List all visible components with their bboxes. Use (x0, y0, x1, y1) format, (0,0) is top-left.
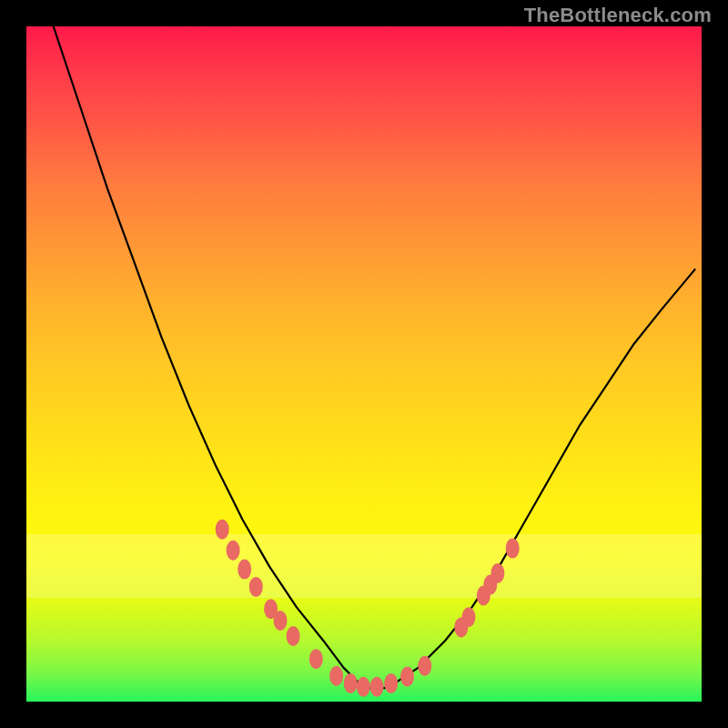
highlight-dot (329, 666, 343, 686)
highlight-dot (344, 673, 358, 693)
highlight-dot (238, 560, 251, 580)
watermark-text: TheBottleneck.com (524, 4, 712, 27)
chart-frame (26, 26, 702, 702)
highlight-dot (249, 577, 263, 597)
highlight-dot (216, 520, 229, 540)
highlight-dot (506, 539, 520, 559)
highlight-dot (384, 673, 398, 693)
highlight-dot (370, 677, 384, 697)
chart-svg (26, 26, 702, 702)
highlight-dot (490, 563, 504, 583)
highlight-dot (274, 611, 288, 631)
highlight-dot (418, 656, 431, 676)
highlight-dot (400, 667, 414, 687)
highlight-dot (227, 541, 240, 561)
highlight-dot (309, 649, 323, 669)
highlight-dot (287, 626, 300, 646)
highlight-dot (357, 677, 370, 697)
highlight-dot (462, 607, 476, 627)
bottleneck-curve (54, 26, 695, 688)
plot-area (26, 26, 702, 702)
